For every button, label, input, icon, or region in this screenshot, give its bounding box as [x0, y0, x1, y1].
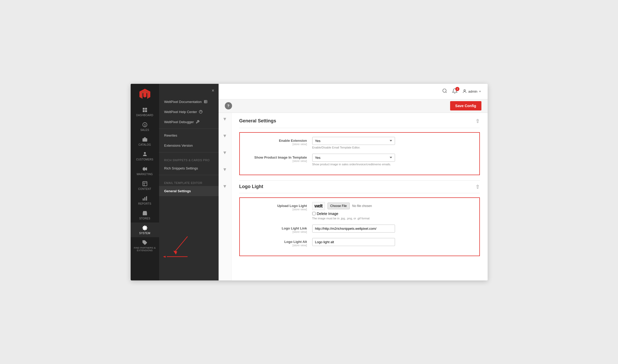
logo-light-title: Logo Light	[239, 184, 263, 189]
svg-marker-24	[173, 251, 177, 255]
file-upload-row: welt Choose File No file chosen	[312, 202, 474, 210]
sidebar-item-catalog[interactable]: CATALOG	[131, 134, 159, 149]
submenu-close-button[interactable]: ×	[212, 88, 214, 93]
upload-logo-light-label: Upload Logo Light [store view]	[245, 202, 312, 211]
accordion-btn-4[interactable]: ▼	[222, 167, 227, 172]
sidebar-item-content[interactable]: CONTENT	[131, 178, 159, 193]
submenu-item-general-settings[interactable]: General Settings	[159, 186, 219, 196]
submenu-panel: × WeltPixel Documentation WeltPixel Help…	[159, 84, 219, 280]
enable-extension-select[interactable]: Yes No	[312, 137, 395, 145]
upload-logo-light-row: Upload Logo Light [store view] welt Choo…	[245, 202, 474, 220]
show-product-image-select[interactable]: Yes No	[312, 154, 395, 162]
logo-light-link-row: Logo Light Link [store view]	[245, 225, 474, 233]
submenu-divider-3	[159, 175, 219, 175]
sidebar-item-sales[interactable]: $ SALES	[131, 119, 159, 134]
show-product-image-control: Yes No Show product image in sales order…	[312, 154, 474, 166]
book-icon	[204, 100, 207, 103]
red-highlight-box: Enable Extension [store view] Yes No	[239, 132, 480, 175]
logo-light-link-input[interactable]	[312, 225, 395, 233]
svg-line-23	[175, 236, 188, 252]
show-product-image-row: Show Product Image In Template [store vi…	[245, 154, 474, 166]
full-page: DASHBOARD $ SALES CATALOG CUSTOMERS	[0, 0, 618, 364]
submenu-section-email: Email Template Editor	[159, 177, 219, 186]
submenu-item-rewrites[interactable]: Rewrites	[159, 130, 219, 140]
general-settings-collapse-btn[interactable]: ⇧	[475, 118, 480, 124]
action-bar: ? Save Config	[219, 99, 488, 113]
submenu-item-rich-snippets[interactable]: Rich Snippets Settings	[159, 163, 219, 173]
find-partners-icon	[142, 240, 148, 246]
svg-marker-8	[143, 167, 144, 171]
accordion-sidebar: ▼ ▼ ▼ ▼ ▼	[219, 113, 232, 280]
sidebar-item-system[interactable]: SYSTEM	[131, 222, 159, 237]
general-settings-title: General Settings	[239, 118, 276, 124]
search-button[interactable]	[442, 88, 447, 95]
admin-user-menu[interactable]: admin ▼	[462, 89, 481, 94]
catalog-icon	[142, 137, 148, 142]
logo-light-link-label: Logo Light Link [store view]	[245, 225, 312, 233]
logo-light-red-box: Upload Logo Light [store view] welt Choo…	[239, 197, 480, 256]
help-circle-icon	[199, 110, 203, 114]
accordion-btn-1[interactable]: ▼	[222, 116, 227, 122]
delete-image-checkbox[interactable]	[312, 212, 316, 215]
sidebar-item-find-partners[interactable]: FIND PARTNERS & EXTENSIONS	[131, 237, 159, 255]
accordion-btn-3[interactable]: ▼	[222, 150, 227, 155]
svg-rect-2	[143, 110, 144, 112]
reports-icon	[142, 196, 148, 201]
submenu-divider-2	[159, 152, 219, 152]
general-settings-section: General Settings ⇧ Enable Extension [	[239, 118, 480, 175]
logo-light-header: Logo Light ⇧	[239, 180, 480, 193]
svg-point-7	[144, 152, 146, 154]
system-icon	[142, 225, 148, 231]
svg-rect-17	[143, 213, 147, 215]
sidebar-item-dashboard[interactable]: DASHBOARD	[131, 105, 159, 119]
svg-point-27	[443, 89, 446, 92]
submenu-item-weltpixel-debugger[interactable]: WeltPixel Debugger	[159, 117, 219, 127]
find-partners-label: FIND PARTNERS & EXTENSIONS	[132, 247, 158, 252]
sidebar-item-stores[interactable]: STORES	[131, 208, 159, 222]
enable-extension-control: Yes No Enable/Disable Email Template Edi…	[312, 137, 474, 149]
submenu-divider-1	[159, 129, 219, 129]
logo-light-collapse-btn[interactable]: ⇧	[475, 184, 480, 190]
sidebar-item-customers[interactable]: CUSTOMERS	[131, 149, 159, 164]
general-settings-content: Enable Extension [store view] Yes No	[239, 132, 480, 175]
choose-file-button[interactable]: Choose File	[327, 203, 350, 209]
notification-count: 2	[455, 87, 459, 91]
marketing-icon	[142, 166, 148, 172]
svg-point-29	[464, 90, 465, 91]
content-icon	[142, 181, 148, 187]
svg-rect-11	[143, 181, 147, 186]
stores-icon	[142, 210, 148, 216]
content-area: ▼ ▼ ▼ ▼ ▼ General Settings ⇧	[219, 113, 488, 280]
submenu-item-weltpixel-help[interactable]: WeltPixel Help Center	[159, 107, 219, 117]
logo-light-alt-control	[312, 238, 474, 246]
help-button[interactable]: ?	[225, 102, 232, 109]
svg-rect-9	[145, 168, 146, 170]
sidebar-item-marketing[interactable]: MARKETING	[131, 164, 159, 178]
window-chrome: DASHBOARD $ SALES CATALOG CUSTOMERS	[131, 84, 488, 280]
submenu-item-weltpixel-docs[interactable]: WeltPixel Documentation	[159, 97, 219, 107]
svg-rect-20	[204, 100, 207, 103]
enable-extension-row: Enable Extension [store view] Yes No	[245, 137, 474, 149]
logo-light-alt-input[interactable]	[312, 238, 395, 246]
accordion-btn-2[interactable]: ▼	[222, 133, 227, 139]
svg-marker-26	[163, 256, 166, 258]
logo-light-alt-row: Logo Light Alt [store view]	[245, 238, 474, 247]
save-config-button[interactable]: Save Config	[450, 101, 481, 110]
enable-extension-label: Enable Extension [store view]	[245, 137, 312, 146]
svg-rect-3	[145, 110, 147, 112]
submenu-item-extensions-version[interactable]: Extensions Version	[159, 140, 219, 151]
delete-image-row: Delete Image	[312, 212, 474, 216]
topbar: 2 admin ▼	[219, 84, 488, 99]
svg-rect-1	[145, 108, 147, 109]
show-product-image-note: Show product image in sales order/invoic…	[312, 163, 474, 166]
accordion-btn-5[interactable]: ▼	[222, 184, 227, 189]
svg-rect-10	[145, 167, 147, 170]
logo-light-alt-label: Logo Light Alt [store view]	[245, 238, 312, 247]
sidebar-item-reports[interactable]: REPORTS	[131, 193, 159, 208]
dashboard-icon	[142, 107, 148, 113]
svg-rect-14	[143, 198, 144, 200]
svg-rect-6	[142, 138, 147, 142]
svg-line-28	[446, 92, 447, 93]
magento-logo-icon	[139, 88, 151, 100]
notification-bell[interactable]: 2	[452, 88, 458, 95]
